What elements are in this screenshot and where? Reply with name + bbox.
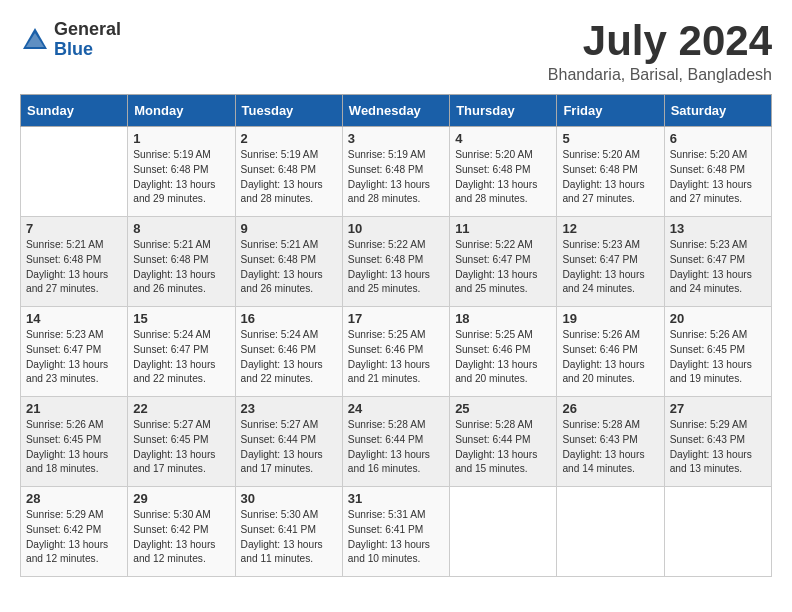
cell-content: Sunrise: 5:24 AMSunset: 6:47 PMDaylight:…	[133, 328, 229, 387]
calendar-cell: 18Sunrise: 5:25 AMSunset: 6:46 PMDayligh…	[450, 307, 557, 397]
calendar-table: SundayMondayTuesdayWednesdayThursdayFrid…	[20, 94, 772, 577]
day-header-thursday: Thursday	[450, 95, 557, 127]
day-number: 15	[133, 311, 229, 326]
calendar-cell: 2Sunrise: 5:19 AMSunset: 6:48 PMDaylight…	[235, 127, 342, 217]
cell-content: Sunrise: 5:26 AMSunset: 6:45 PMDaylight:…	[670, 328, 766, 387]
calendar-cell: 17Sunrise: 5:25 AMSunset: 6:46 PMDayligh…	[342, 307, 449, 397]
calendar-cell: 14Sunrise: 5:23 AMSunset: 6:47 PMDayligh…	[21, 307, 128, 397]
calendar-cell: 31Sunrise: 5:31 AMSunset: 6:41 PMDayligh…	[342, 487, 449, 577]
calendar-week-row: 28Sunrise: 5:29 AMSunset: 6:42 PMDayligh…	[21, 487, 772, 577]
cell-content: Sunrise: 5:20 AMSunset: 6:48 PMDaylight:…	[670, 148, 766, 207]
day-number: 5	[562, 131, 658, 146]
cell-content: Sunrise: 5:27 AMSunset: 6:45 PMDaylight:…	[133, 418, 229, 477]
logo-text: General Blue	[54, 20, 121, 60]
day-header-friday: Friday	[557, 95, 664, 127]
location: Bhandaria, Barisal, Bangladesh	[548, 66, 772, 84]
calendar-cell: 26Sunrise: 5:28 AMSunset: 6:43 PMDayligh…	[557, 397, 664, 487]
day-header-monday: Monday	[128, 95, 235, 127]
day-number: 17	[348, 311, 444, 326]
calendar-cell: 25Sunrise: 5:28 AMSunset: 6:44 PMDayligh…	[450, 397, 557, 487]
day-number: 22	[133, 401, 229, 416]
calendar-cell: 21Sunrise: 5:26 AMSunset: 6:45 PMDayligh…	[21, 397, 128, 487]
calendar-cell	[557, 487, 664, 577]
cell-content: Sunrise: 5:21 AMSunset: 6:48 PMDaylight:…	[133, 238, 229, 297]
calendar-cell	[664, 487, 771, 577]
calendar-cell: 16Sunrise: 5:24 AMSunset: 6:46 PMDayligh…	[235, 307, 342, 397]
calendar-cell: 13Sunrise: 5:23 AMSunset: 6:47 PMDayligh…	[664, 217, 771, 307]
day-number: 18	[455, 311, 551, 326]
calendar-cell: 1Sunrise: 5:19 AMSunset: 6:48 PMDaylight…	[128, 127, 235, 217]
calendar-cell	[21, 127, 128, 217]
calendar-cell: 28Sunrise: 5:29 AMSunset: 6:42 PMDayligh…	[21, 487, 128, 577]
calendar-cell: 22Sunrise: 5:27 AMSunset: 6:45 PMDayligh…	[128, 397, 235, 487]
cell-content: Sunrise: 5:25 AMSunset: 6:46 PMDaylight:…	[455, 328, 551, 387]
cell-content: Sunrise: 5:20 AMSunset: 6:48 PMDaylight:…	[455, 148, 551, 207]
calendar-cell: 6Sunrise: 5:20 AMSunset: 6:48 PMDaylight…	[664, 127, 771, 217]
logo-icon	[20, 25, 50, 55]
cell-content: Sunrise: 5:31 AMSunset: 6:41 PMDaylight:…	[348, 508, 444, 567]
header: General Blue July 2024 Bhandaria, Barisa…	[20, 20, 772, 84]
title-area: July 2024 Bhandaria, Barisal, Bangladesh	[548, 20, 772, 84]
day-number: 21	[26, 401, 122, 416]
day-header-saturday: Saturday	[664, 95, 771, 127]
day-number: 12	[562, 221, 658, 236]
day-number: 29	[133, 491, 229, 506]
day-number: 7	[26, 221, 122, 236]
calendar-cell: 30Sunrise: 5:30 AMSunset: 6:41 PMDayligh…	[235, 487, 342, 577]
day-number: 14	[26, 311, 122, 326]
cell-content: Sunrise: 5:23 AMSunset: 6:47 PMDaylight:…	[670, 238, 766, 297]
cell-content: Sunrise: 5:19 AMSunset: 6:48 PMDaylight:…	[133, 148, 229, 207]
cell-content: Sunrise: 5:19 AMSunset: 6:48 PMDaylight:…	[348, 148, 444, 207]
cell-content: Sunrise: 5:22 AMSunset: 6:48 PMDaylight:…	[348, 238, 444, 297]
calendar-cell: 4Sunrise: 5:20 AMSunset: 6:48 PMDaylight…	[450, 127, 557, 217]
cell-content: Sunrise: 5:19 AMSunset: 6:48 PMDaylight:…	[241, 148, 337, 207]
calendar-cell: 23Sunrise: 5:27 AMSunset: 6:44 PMDayligh…	[235, 397, 342, 487]
day-number: 26	[562, 401, 658, 416]
day-number: 13	[670, 221, 766, 236]
calendar-cell: 9Sunrise: 5:21 AMSunset: 6:48 PMDaylight…	[235, 217, 342, 307]
day-header-wednesday: Wednesday	[342, 95, 449, 127]
cell-content: Sunrise: 5:28 AMSunset: 6:43 PMDaylight:…	[562, 418, 658, 477]
day-number: 25	[455, 401, 551, 416]
calendar-cell: 3Sunrise: 5:19 AMSunset: 6:48 PMDaylight…	[342, 127, 449, 217]
cell-content: Sunrise: 5:28 AMSunset: 6:44 PMDaylight:…	[455, 418, 551, 477]
calendar-cell: 27Sunrise: 5:29 AMSunset: 6:43 PMDayligh…	[664, 397, 771, 487]
cell-content: Sunrise: 5:24 AMSunset: 6:46 PMDaylight:…	[241, 328, 337, 387]
cell-content: Sunrise: 5:22 AMSunset: 6:47 PMDaylight:…	[455, 238, 551, 297]
calendar-cell: 7Sunrise: 5:21 AMSunset: 6:48 PMDaylight…	[21, 217, 128, 307]
day-number: 8	[133, 221, 229, 236]
day-number: 20	[670, 311, 766, 326]
calendar-cell: 5Sunrise: 5:20 AMSunset: 6:48 PMDaylight…	[557, 127, 664, 217]
cell-content: Sunrise: 5:23 AMSunset: 6:47 PMDaylight:…	[26, 328, 122, 387]
cell-content: Sunrise: 5:29 AMSunset: 6:43 PMDaylight:…	[670, 418, 766, 477]
day-number: 16	[241, 311, 337, 326]
calendar-cell: 12Sunrise: 5:23 AMSunset: 6:47 PMDayligh…	[557, 217, 664, 307]
cell-content: Sunrise: 5:30 AMSunset: 6:41 PMDaylight:…	[241, 508, 337, 567]
day-number: 6	[670, 131, 766, 146]
day-header-sunday: Sunday	[21, 95, 128, 127]
day-number: 31	[348, 491, 444, 506]
calendar-cell: 10Sunrise: 5:22 AMSunset: 6:48 PMDayligh…	[342, 217, 449, 307]
cell-content: Sunrise: 5:25 AMSunset: 6:46 PMDaylight:…	[348, 328, 444, 387]
cell-content: Sunrise: 5:20 AMSunset: 6:48 PMDaylight:…	[562, 148, 658, 207]
cell-content: Sunrise: 5:29 AMSunset: 6:42 PMDaylight:…	[26, 508, 122, 567]
day-number: 11	[455, 221, 551, 236]
calendar-week-row: 14Sunrise: 5:23 AMSunset: 6:47 PMDayligh…	[21, 307, 772, 397]
day-number: 23	[241, 401, 337, 416]
calendar-header-row: SundayMondayTuesdayWednesdayThursdayFrid…	[21, 95, 772, 127]
day-number: 3	[348, 131, 444, 146]
cell-content: Sunrise: 5:21 AMSunset: 6:48 PMDaylight:…	[26, 238, 122, 297]
day-number: 19	[562, 311, 658, 326]
calendar-week-row: 21Sunrise: 5:26 AMSunset: 6:45 PMDayligh…	[21, 397, 772, 487]
cell-content: Sunrise: 5:27 AMSunset: 6:44 PMDaylight:…	[241, 418, 337, 477]
day-number: 27	[670, 401, 766, 416]
cell-content: Sunrise: 5:28 AMSunset: 6:44 PMDaylight:…	[348, 418, 444, 477]
calendar-cell: 15Sunrise: 5:24 AMSunset: 6:47 PMDayligh…	[128, 307, 235, 397]
day-number: 24	[348, 401, 444, 416]
cell-content: Sunrise: 5:23 AMSunset: 6:47 PMDaylight:…	[562, 238, 658, 297]
calendar-cell: 8Sunrise: 5:21 AMSunset: 6:48 PMDaylight…	[128, 217, 235, 307]
day-number: 1	[133, 131, 229, 146]
day-number: 4	[455, 131, 551, 146]
cell-content: Sunrise: 5:26 AMSunset: 6:46 PMDaylight:…	[562, 328, 658, 387]
calendar-cell: 29Sunrise: 5:30 AMSunset: 6:42 PMDayligh…	[128, 487, 235, 577]
